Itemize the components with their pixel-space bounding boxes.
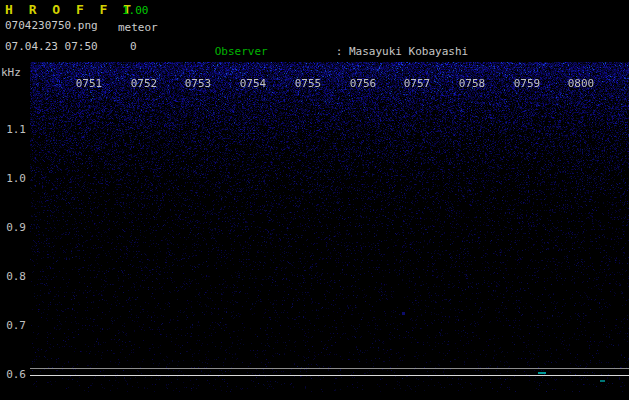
freq-tick-label: 0.9 — [0, 222, 26, 234]
freq-tick-label: 1.0 — [0, 173, 26, 185]
time-tick-label: 0751 — [73, 78, 105, 90]
time-tick-label: 0759 — [511, 78, 543, 90]
level-strip-line-lower — [30, 375, 629, 376]
time-tick-label: 0752 — [128, 78, 160, 90]
app-version: 1.00 — [122, 4, 149, 17]
time-tick-label: 0756 — [347, 78, 379, 90]
signal-trace-mark-2 — [600, 380, 605, 382]
info-label: Observer — [215, 45, 336, 59]
freq-axis-unit: kHz — [1, 67, 21, 79]
hrofft-screenshot: H R O F F T 1.00 0704230750.png meteor 0… — [0, 0, 629, 400]
freq-tick-label: 0.8 — [0, 271, 26, 283]
info-colon: : — [336, 45, 349, 58]
freq-tick-label: 0.6 — [0, 369, 26, 381]
time-tick-label: 0800 — [565, 78, 597, 90]
signal-trace-mark-1 — [538, 372, 546, 374]
time-tick-label: 0757 — [401, 78, 433, 90]
time-tick-label: 0753 — [182, 78, 214, 90]
info-value: Masayuki Kobayashi — [349, 45, 468, 58]
output-filename: 0704230750.png — [5, 19, 98, 32]
app-title: H R O F F T — [5, 2, 135, 17]
spectrogram-noise-canvas — [30, 62, 629, 392]
time-tick-label: 0755 — [292, 78, 324, 90]
mode-label: meteor — [118, 21, 158, 34]
faint-echo-dot — [402, 312, 405, 315]
time-tick-label: 0758 — [456, 78, 488, 90]
time-tick-label: 0754 — [237, 78, 269, 90]
timestamp: 07.04.23 07:50 — [5, 40, 98, 53]
level-strip-line-upper — [30, 368, 629, 369]
freq-tick-label: 1.1 — [0, 124, 26, 136]
freq-tick-label: 0.7 — [0, 320, 26, 332]
echo-count: 0 — [130, 40, 137, 53]
